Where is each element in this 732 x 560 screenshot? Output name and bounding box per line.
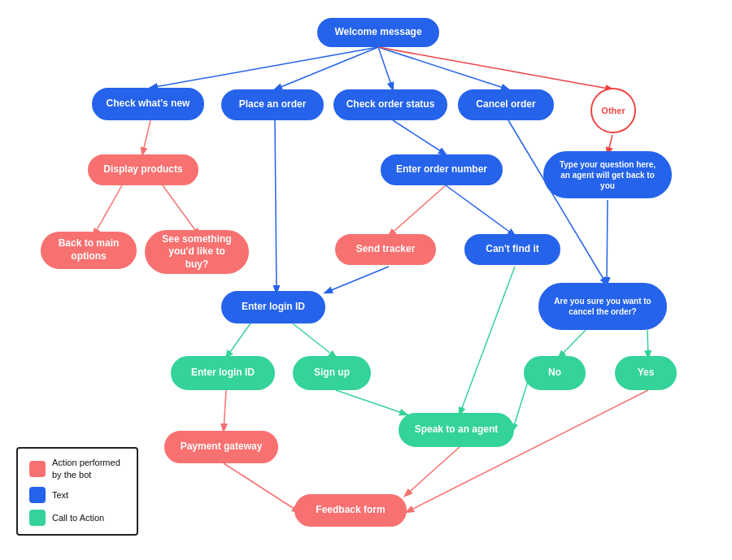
svg-line-23 xyxy=(224,463,299,512)
node-cant-find: Can't find it xyxy=(464,234,560,265)
svg-line-10 xyxy=(389,185,446,236)
svg-line-16 xyxy=(293,323,336,358)
svg-line-15 xyxy=(226,323,251,358)
svg-line-20 xyxy=(460,267,515,415)
node-place-order: Place an order xyxy=(221,89,324,120)
node-enter-login-cta: Enter login ID xyxy=(171,356,275,390)
legend-color-blue xyxy=(29,487,46,503)
svg-line-26 xyxy=(405,447,460,496)
legend-item-pink: Action performed by the bot xyxy=(29,457,125,480)
node-no: No xyxy=(524,356,586,390)
svg-line-19 xyxy=(647,330,648,358)
svg-line-25 xyxy=(607,200,608,284)
node-yes: Yes xyxy=(615,356,677,390)
svg-line-2 xyxy=(378,47,393,89)
svg-line-17 xyxy=(224,390,226,431)
svg-line-6 xyxy=(94,185,122,236)
node-welcome: Welcome message xyxy=(317,18,439,47)
node-check-new: Check what's new xyxy=(92,88,204,120)
svg-line-24 xyxy=(407,390,648,512)
node-send-tracker: Send tracker xyxy=(335,234,436,265)
svg-line-8 xyxy=(393,120,446,154)
svg-line-5 xyxy=(142,120,150,154)
svg-line-7 xyxy=(163,185,199,236)
svg-line-21 xyxy=(336,390,407,415)
legend-label-blue: Text xyxy=(52,489,68,501)
node-display-products: Display products xyxy=(88,154,198,185)
node-see-something: See something you'd like to buy? xyxy=(145,230,249,274)
svg-line-0 xyxy=(150,47,378,88)
node-back-main: Back to main options xyxy=(41,232,137,269)
node-check-status: Check order status xyxy=(333,89,447,120)
node-other: Other xyxy=(590,88,636,133)
node-cancel-confirm: Are you sure you want to cancel the orde… xyxy=(538,283,667,330)
node-enter-order-number: Enter order number xyxy=(381,154,503,185)
legend-color-green xyxy=(29,510,46,526)
legend-label-green: Call to Action xyxy=(52,512,104,523)
svg-line-11 xyxy=(446,185,515,236)
diagram-container: Welcome message Check what's new Place a… xyxy=(0,0,732,560)
svg-line-14 xyxy=(325,267,389,293)
legend: Action performed by the bot Text Call to… xyxy=(16,447,138,536)
node-cancel-order: Cancel order xyxy=(458,89,554,120)
svg-line-18 xyxy=(559,330,586,358)
node-speak-agent: Speak to an agent xyxy=(399,413,514,447)
svg-line-3 xyxy=(378,47,508,89)
node-enter-login: Enter login ID xyxy=(221,291,325,323)
node-feedback-form: Feedback form xyxy=(294,494,407,527)
svg-line-13 xyxy=(275,120,277,293)
node-payment-gateway: Payment gateway xyxy=(164,431,278,463)
legend-color-pink xyxy=(29,461,46,477)
svg-line-4 xyxy=(378,47,612,89)
node-type-question: Type your question here, an agent will g… xyxy=(543,151,672,198)
svg-line-1 xyxy=(275,47,378,89)
node-sign-up: Sign up xyxy=(293,356,371,390)
legend-item-green: Call to Action xyxy=(29,510,125,526)
legend-item-blue: Text xyxy=(29,487,125,503)
legend-label-pink: Action performed by the bot xyxy=(52,457,125,480)
